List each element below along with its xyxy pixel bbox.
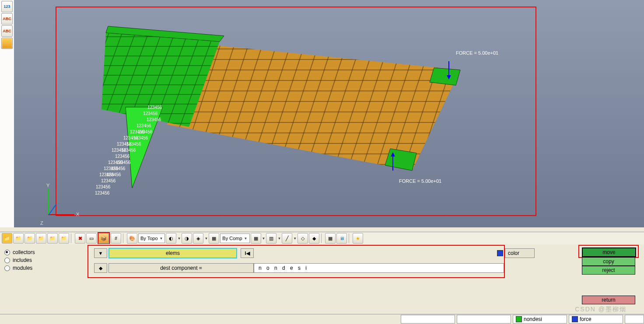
status-bar: nondesi force — [0, 314, 644, 324]
tool-labels-1[interactable]: ABC — [1, 13, 13, 24]
constraint-label: 123456 — [116, 160, 130, 165]
move-button[interactable]: move — [582, 247, 636, 257]
force-label-2: FORCE = 5.00e+01 — [399, 178, 441, 184]
highlight-organize-button: 📦 — [98, 232, 110, 244]
status-comp-force[interactable]: force — [569, 315, 623, 324]
constraint-label: 123456 — [126, 142, 141, 146]
status-cell-empty-3 — [625, 315, 644, 324]
tool-numbers[interactable]: 123 — [1, 1, 13, 12]
constraint-label: 123456 — [101, 178, 116, 183]
folder-move-icon[interactable]: 📁 — [59, 233, 69, 244]
panel-mode-radios: collectors includes modules — [4, 248, 74, 272]
viewport-3d[interactable]: 123456 123456 123456 123456 123456 12345… — [14, 0, 644, 227]
folder-plus-icon[interactable]: 📁 — [24, 233, 35, 244]
reject-button[interactable]: reject — [582, 266, 635, 275]
constraint-label: 123456 — [147, 105, 162, 110]
radio-collectors[interactable]: collectors — [4, 248, 74, 256]
renumber-icon[interactable]: # — [111, 233, 121, 244]
view-toolbar: 📁 📁 📁 📁 📁 📁 ✖ ▭ 📦 # 🎨 By Topo▼ ◐ ▼ ◑ ◈ ▼… — [0, 232, 644, 245]
dest-component-value[interactable]: n o n d e s i — [254, 263, 504, 273]
constraint-label: 123456 — [143, 111, 158, 116]
constraint-label: 123456 — [138, 129, 152, 134]
monitor-icon[interactable]: 🖥 — [336, 233, 347, 244]
svg-marker-5 — [430, 68, 460, 85]
constraint-label: 123456 — [121, 148, 136, 153]
card-icon[interactable]: ▭ — [86, 233, 97, 244]
constraint-label: 123456 — [147, 117, 161, 122]
color-button[interactable]: color — [505, 248, 535, 258]
constraint-label: 123456 — [106, 172, 121, 177]
line-icon[interactable]: ╱ — [282, 233, 292, 244]
force-arrow-2 — [392, 153, 393, 171]
dest-component-label[interactable]: dest component = — [108, 263, 254, 273]
radio-includes[interactable]: includes — [4, 256, 74, 264]
force-label-1: FORCE = 5.00e+01 — [456, 50, 498, 56]
constraint-label: 123456 — [111, 166, 125, 171]
cube-icon[interactable]: ◈ — [193, 233, 203, 244]
left-toolbar: 123 ABC ABC — [0, 0, 14, 227]
status-cell-empty-2 — [457, 315, 511, 324]
by-topo-dropdown[interactable]: By Topo▼ — [138, 233, 165, 243]
copy-button[interactable]: copy — [582, 257, 635, 266]
return-button[interactable]: return — [582, 296, 635, 304]
force-arrow-1 — [448, 61, 449, 79]
organize-icon[interactable]: 📦 — [98, 233, 109, 244]
reset-selection-button[interactable]: I◀ — [241, 248, 254, 258]
surface-icon[interactable]: ◇ — [298, 233, 308, 244]
tool-labels-2[interactable]: ABC — [1, 25, 13, 37]
constraint-label: 123456 — [115, 154, 130, 159]
organize-panel: collectors includes modules ▼ elems I◀ c… — [0, 244, 644, 305]
folder-icon[interactable]: 📁 — [13, 233, 24, 244]
shrink-icon[interactable]: ◐ — [166, 233, 176, 244]
radio-modules[interactable]: modules — [4, 264, 74, 272]
elems-selector[interactable]: elems — [108, 248, 237, 258]
delete-icon[interactable]: ✖ — [75, 233, 85, 244]
constraint-label: 123456 — [95, 191, 109, 195]
folder-yellow-icon[interactable]: 📁 — [2, 233, 12, 244]
by-comp-dropdown[interactable]: By Comp▼ — [220, 233, 249, 243]
status-cell-empty-1 — [401, 315, 455, 324]
solid-icon[interactable]: ◆ — [309, 233, 319, 244]
watermark: CSDN @墨柳烟 — [575, 306, 626, 314]
entity-type-switch[interactable]: ▼ — [94, 248, 107, 258]
color-palette-icon[interactable]: 🎨 — [127, 233, 137, 244]
shaded-icon[interactable]: ◑ — [182, 233, 192, 244]
mesh-model — [75, 17, 469, 206]
favorite-icon[interactable]: ★ — [353, 233, 363, 244]
constraint-label: 123456 — [133, 136, 148, 140]
grid-icon[interactable]: ▦ — [325, 233, 336, 244]
transparent-icon[interactable]: ▥ — [266, 233, 276, 244]
tool-window[interactable] — [1, 38, 13, 49]
folder-up-icon[interactable]: 📁 — [36, 233, 46, 244]
constraint-label: 123456 — [96, 185, 110, 189]
comp-color-icon[interactable]: ▦ — [209, 233, 219, 244]
dest-sort-switch[interactable]: ◆ — [94, 263, 107, 273]
status-comp-nondesi[interactable]: nondesi — [513, 315, 567, 324]
wireframe-icon[interactable]: ▦ — [251, 233, 261, 244]
coordinate-triad: Y X Z — [39, 171, 79, 224]
constraint-label: 123456 — [136, 123, 151, 128]
folder-down-icon[interactable]: 📁 — [47, 233, 58, 244]
color-swatch[interactable] — [497, 250, 503, 256]
